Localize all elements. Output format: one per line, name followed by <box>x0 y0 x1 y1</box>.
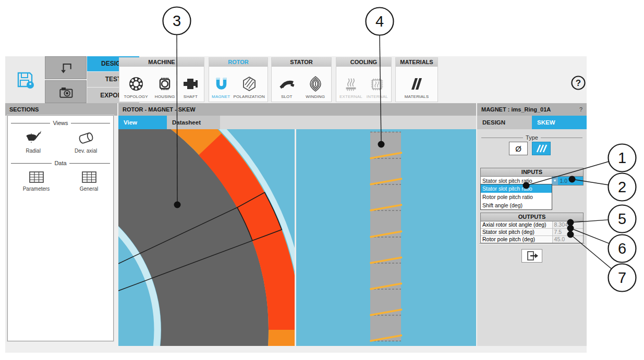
toolbar-item-topology[interactable]: TOPOLOGY <box>124 67 148 100</box>
toolbar-item-label: MAGNET <box>212 94 230 99</box>
toolbar-group-stator: STATOR SLOT WIN <box>271 57 332 102</box>
callout-number: 2 <box>618 179 626 195</box>
workspace-title: ROTOR - MAGNET - SKEW <box>118 103 476 116</box>
skew-slashes-icon <box>532 142 550 155</box>
winding-icon <box>307 75 324 93</box>
output-row: Rotor pole pitch (deg) 45.0 <box>481 235 583 243</box>
parameter-value-field[interactable]: 1.0 <box>558 177 583 185</box>
view-canvas[interactable] <box>118 129 476 346</box>
sections-item-general[interactable]: General <box>80 170 99 192</box>
output-row: Axial rotor slot angle (deg) 8.304 <box>481 221 583 228</box>
polarization-icon <box>240 75 258 93</box>
toolbar-group-rotor: ROTOR MAGNET POLARIZATION <box>209 57 268 102</box>
export-icon <box>525 251 539 261</box>
tab-datasheet[interactable]: Datasheet <box>167 116 220 129</box>
callout-number: 1 <box>618 150 626 166</box>
callout-circle-3 <box>163 7 191 35</box>
sections-item-label: Dev. axial <box>75 148 97 154</box>
toolbar-item-label: EXTERNAL <box>339 94 362 99</box>
type-group-separator: Type <box>481 134 582 141</box>
group-title-materials: MATERIALS <box>396 58 438 67</box>
toolbar-item-winding[interactable]: WINDING <box>306 67 325 100</box>
properties-tabstrip: DESIGN SKEW <box>477 116 587 129</box>
help-icon: ? <box>570 75 587 91</box>
undo-button[interactable] <box>45 56 87 79</box>
toolbar-item-label: POLARIZATION <box>233 94 264 99</box>
toolbar-item-materials[interactable]: MATERIALS <box>405 67 429 100</box>
callout-number: 7 <box>618 269 626 286</box>
general-table-icon <box>80 170 98 184</box>
callout-circle-1 <box>609 144 636 172</box>
svg-text:?: ? <box>576 78 581 88</box>
apply-export-button[interactable] <box>521 249 542 263</box>
skew-type-none-button[interactable]: Ø <box>509 142 528 155</box>
dropdown-option-shift-angle[interactable]: Shift angle (deg) <box>481 201 552 209</box>
toolbar-item-label: INTERNAL <box>367 94 388 99</box>
output-label: Stator slot pitch (deg) <box>481 229 552 235</box>
outputs-box: OUTPUTS Axial rotor slot angle (deg) 8.3… <box>480 213 584 243</box>
properties-help-icon[interactable]: ? <box>579 103 582 116</box>
inputs-title: INPUTS <box>481 168 583 177</box>
views-group-separator: Views <box>11 120 110 126</box>
external-cooling-icon <box>343 76 359 93</box>
output-value: 45.0 <box>552 236 583 243</box>
tab-view[interactable]: View <box>118 116 167 129</box>
toolbar-group-machine: MACHINE TOPOLOGY HOUSING <box>119 57 204 102</box>
sections-item-label: Parameters <box>23 186 50 192</box>
callout-circle-7 <box>609 264 636 292</box>
skew-type-linear-button[interactable] <box>532 142 551 155</box>
output-value: 7.5 <box>552 229 583 235</box>
callout-circle-5 <box>609 205 636 233</box>
help-button[interactable]: ? <box>570 75 587 91</box>
dropdown-option-stator-slot-pitch-ratio[interactable]: Stator slot pitch ratio <box>481 184 552 193</box>
toolbar-item-label: WINDING <box>306 94 325 99</box>
callout-circle-6 <box>609 235 636 263</box>
no-skew-glyph: Ø <box>515 144 521 153</box>
type-group-label: Type <box>526 134 538 141</box>
sections-item-parameters[interactable]: Parameters <box>23 170 50 192</box>
toolbar-item-label: SHAFT <box>184 94 198 99</box>
slot-icon <box>278 75 296 93</box>
workspace-tabstrip: View Datasheet <box>118 116 476 129</box>
toolbar-item-internal-cooling: INTERNAL <box>367 67 388 100</box>
toolbar-item-shaft[interactable]: SHAFT <box>181 67 199 100</box>
housing-icon <box>156 75 174 93</box>
parameters-table-icon <box>28 170 45 184</box>
toolbar-item-slot[interactable]: SLOT <box>278 67 296 100</box>
toolbar-item-label: MATERIALS <box>405 94 429 99</box>
tab-magnet-design[interactable]: DESIGN <box>477 116 532 129</box>
toolbar-group-materials: MATERIALS MATERIALS <box>395 57 438 102</box>
sections-item-label: Radial <box>26 148 41 154</box>
data-group-separator: Data <box>11 160 110 166</box>
toolbar-item-label: HOUSING <box>155 94 175 99</box>
views-group-label: Views <box>53 120 68 126</box>
save-project-button[interactable]: * <box>5 56 44 103</box>
svg-text:*: * <box>29 82 31 88</box>
magnet-icon <box>212 75 230 93</box>
toolbar-item-magnet[interactable]: MAGNET <box>212 67 230 100</box>
internal-cooling-icon <box>369 76 385 93</box>
axial-view <box>370 132 403 341</box>
callout-circle-4 <box>366 8 394 35</box>
parameter-dropdown-arrow-icon[interactable]: ▼ <box>552 177 558 185</box>
properties-body: Type Ø INPUTS Stator slot pitch ratio ▼ … <box>477 129 587 346</box>
sections-item-radial[interactable]: Radial <box>24 129 43 154</box>
sections-panel-title: SECTIONS <box>5 103 117 116</box>
toolbar-item-housing[interactable]: HOUSING <box>155 67 175 100</box>
callout-number: 6 <box>618 240 626 257</box>
group-title-rotor: ROTOR <box>209 58 268 67</box>
save-icon: * <box>15 69 35 90</box>
output-value: 8.304 <box>552 221 583 228</box>
sections-item-label: General <box>80 186 99 192</box>
inputs-box: INPUTS Stator slot pitch ratio ▼ 1.0 <box>480 168 584 185</box>
shaft-icon <box>181 75 199 93</box>
tab-magnet-skew[interactable]: SKEW <box>532 116 587 129</box>
top-toolbar: * DESIGN TEST EXPORT MACHINE TOPOLOGY <box>5 56 587 103</box>
toolbar-group-cooling: COOLING EXTERNAL INTERNAL <box>336 57 392 102</box>
callout-number: 4 <box>375 13 384 30</box>
snapshot-button[interactable] <box>45 80 87 103</box>
view-divider <box>295 129 296 346</box>
toolbar-item-polarization[interactable]: POLARIZATION <box>233 67 264 100</box>
sections-item-dev-axial[interactable]: Dev. axial <box>75 129 97 154</box>
dropdown-option-rotor-pole-pitch-ratio[interactable]: Rotor pole pitch ratio <box>481 193 552 201</box>
